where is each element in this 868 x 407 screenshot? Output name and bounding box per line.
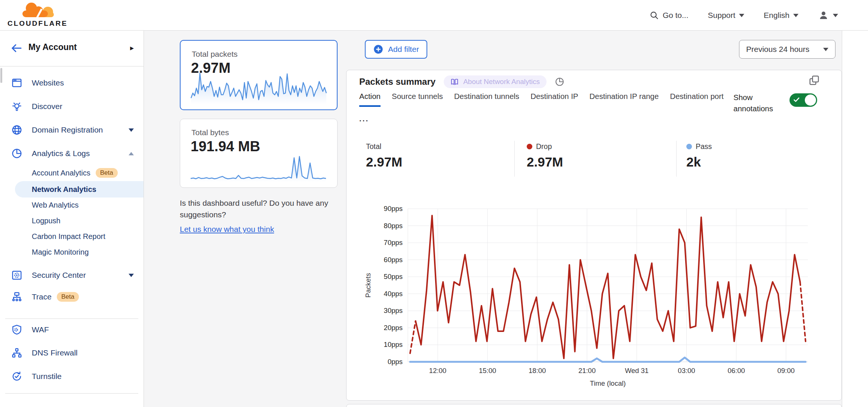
tab-action[interactable]: Action (359, 92, 381, 107)
total-packets-label: Total packets (192, 50, 238, 59)
add-filter-button[interactable]: Add filter (365, 40, 427, 59)
add-filter-label: Add filter (388, 45, 419, 54)
svg-text:50pps: 50pps (384, 273, 403, 280)
beta-badge: Beta (57, 292, 79, 302)
sidebar-item-analytics-logs[interactable]: Analytics & Logs (0, 144, 144, 163)
svg-text:09:00: 09:00 (778, 367, 795, 375)
sidebar-item-waf[interactable]: WAF (0, 320, 144, 339)
sidebar-item-label: Websites (32, 78, 64, 87)
time-range-dropdown[interactable]: Previous 24 hours (739, 40, 835, 59)
svg-text:Packets: Packets (364, 273, 372, 298)
about-badge-label: About Network Analytics (463, 78, 540, 86)
sidebar-item-turnstile[interactable]: Turnstile (0, 367, 144, 386)
sidebar-item-trace[interactable]: Trace Beta (0, 288, 144, 306)
feedback-text: Is this dashboard useful? Do you have an… (180, 197, 355, 220)
header-actions: Go to... Support English (649, 0, 838, 31)
svg-text:70pps: 70pps (384, 239, 403, 246)
language-menu[interactable]: English (764, 11, 798, 20)
dimension-tabs: Action Source tunnels Destination tunnel… (359, 92, 726, 128)
show-annotations-toggle[interactable] (789, 93, 817, 107)
tabs-more-button[interactable]: ... (359, 112, 369, 128)
cloudflare-logo-text: CLOUDFLARE (7, 19, 67, 28)
tab-destination-port[interactable]: Destination port (670, 92, 724, 107)
stats-row: Total 2.97M Drop 2.97M Pass 2k (347, 139, 841, 180)
packets-summary-panel: Packets summary About Network Analytics … (346, 70, 842, 401)
pie-icon[interactable] (555, 77, 564, 87)
safe-icon (11, 270, 22, 281)
sidebar-item-web-analytics[interactable]: Web Analytics (32, 197, 144, 213)
tab-destination-tunnels[interactable]: Destination tunnels (454, 92, 519, 107)
chevron-down-icon (833, 14, 838, 20)
sidebar-item-security-center[interactable]: Security Center (0, 266, 144, 285)
rotate-check-icon (11, 371, 22, 382)
tab-destination-ip[interactable]: Destination IP (530, 92, 578, 107)
sidebar-item-carbon-impact-report[interactable]: Carbon Impact Report (32, 228, 144, 245)
stat-label: Total (366, 142, 381, 151)
hierarchy-icon (11, 347, 22, 358)
stat-pass: Pass 2k (686, 142, 712, 170)
total-packets-sparkline (190, 71, 327, 105)
back-arrow-icon[interactable] (10, 43, 22, 55)
browser-window-icon (11, 77, 22, 88)
stat-value: 2k (686, 155, 712, 170)
tab-source-tunnels[interactable]: Source tunnels (392, 92, 443, 107)
stat-value: 2.97M (527, 155, 563, 170)
user-menu[interactable] (818, 10, 838, 21)
sidebar-item-label: DNS Firewall (32, 348, 78, 357)
copy-panel-icon[interactable] (809, 75, 820, 87)
total-packets-card[interactable]: Total packets 2.97M (180, 40, 338, 110)
sidebar-item-magic-monitoring[interactable]: Magic Monitoring (32, 244, 144, 260)
about-network-analytics-badge[interactable]: About Network Analytics (444, 75, 547, 88)
stat-label: Drop (536, 142, 552, 151)
cloudflare-dashboard: CLOUDFLARE Go to... Support English (0, 0, 868, 407)
next-panel-partial (346, 404, 842, 407)
sidebar-item-label: Trace (32, 292, 52, 301)
sidebar-item-label: Analytics & Logs (32, 149, 90, 158)
stat-divider (514, 141, 515, 177)
drop-legend-dot (527, 144, 532, 149)
panel-title-row: Packets summary About Network Analytics (359, 75, 564, 88)
user-icon (818, 10, 829, 21)
chevron-down-icon (129, 128, 134, 134)
pass-legend-dot (686, 144, 692, 149)
show-annotations-label: Show annotations (733, 92, 778, 114)
support-menu[interactable]: Support (708, 11, 745, 20)
stat-total: Total 2.97M (366, 142, 402, 170)
goto-search[interactable]: Go to... (649, 10, 689, 20)
sidebar-item-partial[interactable] (0, 402, 144, 407)
sidebar-item-discover[interactable]: Discover (0, 97, 144, 116)
total-bytes-label: Total bytes (191, 128, 229, 137)
book-icon (450, 78, 459, 86)
chevron-down-icon (793, 14, 798, 20)
language-label: English (764, 11, 789, 20)
feedback-link[interactable]: Let us know what you think (180, 223, 274, 235)
svg-text:03:00: 03:00 (678, 367, 695, 375)
sidebar-item-dns-firewall[interactable]: DNS Firewall (0, 344, 144, 362)
shield-gear-icon (11, 324, 22, 335)
cloudflare-logo[interactable]: CLOUDFLARE (7, 1, 67, 29)
top-header: CLOUDFLARE Go to... Support English (0, 0, 868, 31)
account-expand-icon[interactable]: ▸ (130, 43, 134, 52)
sidebar-item-websites[interactable]: Websites (0, 74, 144, 92)
svg-text:Time (local): Time (local) (590, 379, 626, 387)
sidebar-item-logpush[interactable]: Logpush (32, 212, 144, 229)
tab-destination-ip-range[interactable]: Destination IP range (590, 92, 659, 107)
cloudflare-cloud-icon (7, 1, 67, 19)
sidebar-item-label: Carbon Impact Report (32, 232, 105, 241)
total-bytes-card[interactable]: Total bytes 191.94 MB (180, 119, 338, 188)
lightbulb-icon (11, 101, 22, 112)
sidebar-item-account-analytics[interactable]: Account Analytics Beta (32, 165, 144, 181)
svg-text:10pps: 10pps (384, 341, 403, 348)
trace-diagram-icon (11, 291, 22, 302)
svg-text:06:00: 06:00 (727, 367, 745, 375)
packets-time-series-chart[interactable]: 0pps10pps20pps30pps40pps50pps60pps70pps8… (354, 200, 836, 394)
beta-badge: Beta (96, 168, 118, 178)
sidebar-item-label: WAF (32, 325, 49, 334)
stat-value: 2.97M (366, 155, 402, 170)
check-icon (794, 97, 800, 102)
sidebar-item-label: Domain Registration (32, 125, 103, 134)
toggle-knob (805, 94, 816, 106)
chevron-down-icon (823, 48, 828, 54)
sidebar-item-domain-registration[interactable]: Domain Registration (0, 121, 144, 139)
sidebar-item-network-analytics[interactable]: Network Analytics (15, 181, 144, 198)
